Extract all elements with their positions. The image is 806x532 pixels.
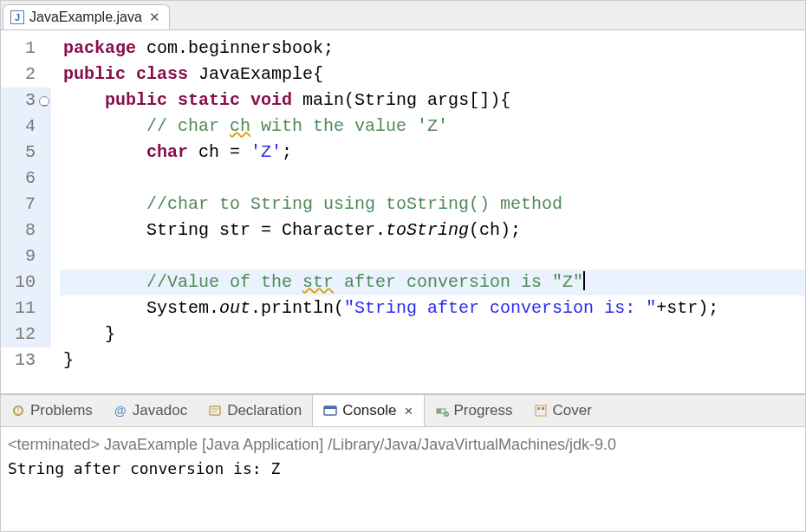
editor-tab-filename: JavaExample.java bbox=[29, 10, 142, 25]
svg-rect-8 bbox=[437, 409, 441, 413]
svg-rect-12 bbox=[542, 407, 544, 410]
javadoc-icon: @ bbox=[114, 404, 127, 418]
code-line[interactable]: } bbox=[60, 347, 805, 373]
line-number: 9 bbox=[1, 243, 51, 269]
code-editor[interactable]: 12345678910111213 package com.beginnersb… bbox=[1, 30, 805, 394]
line-number-gutter: 12345678910111213 bbox=[1, 30, 56, 393]
tab-label: Problems bbox=[30, 402, 93, 419]
console-run-header: <terminated> JavaExample [Java Applicati… bbox=[8, 432, 798, 457]
code-line[interactable]: public static void main(String args[]){ bbox=[60, 88, 805, 114]
line-number: 13 bbox=[1, 347, 51, 373]
line-number: 10 bbox=[1, 269, 51, 295]
tab-declaration[interactable]: Declaration bbox=[198, 395, 312, 426]
tab-coverage[interactable]: Cover bbox=[523, 395, 602, 426]
tab-progress[interactable]: Progress bbox=[425, 395, 523, 426]
code-line[interactable] bbox=[60, 165, 805, 191]
code-line[interactable]: char ch = 'Z'; bbox=[60, 139, 805, 165]
line-number: 1 bbox=[1, 36, 51, 62]
close-icon[interactable]: ✕ bbox=[147, 10, 160, 25]
code-content[interactable]: package com.beginnersbook;public class J… bbox=[56, 30, 805, 393]
text-cursor bbox=[583, 271, 585, 290]
code-line[interactable]: System.out.println("String after convers… bbox=[60, 295, 805, 321]
svg-rect-10 bbox=[536, 405, 546, 416]
line-number: 7 bbox=[1, 191, 51, 217]
svg-text:!: ! bbox=[17, 406, 20, 415]
line-number: 6 bbox=[1, 165, 51, 191]
console-output-line: String after conversion is: Z bbox=[8, 457, 798, 481]
bottom-panel-tabbar: ! Problems @ Javadoc Declaration Console… bbox=[1, 394, 805, 427]
svg-rect-6 bbox=[324, 406, 336, 409]
console-view: <terminated> JavaExample [Java Applicati… bbox=[1, 427, 805, 531]
close-icon[interactable]: ✕ bbox=[402, 405, 413, 418]
tab-label: Console bbox=[342, 402, 396, 419]
line-number: 12 bbox=[1, 321, 51, 347]
code-line[interactable]: // char ch with the value 'Z' bbox=[60, 114, 805, 139]
svg-rect-2 bbox=[210, 406, 220, 415]
tab-javadoc[interactable]: @ Javadoc bbox=[103, 395, 198, 426]
console-icon bbox=[323, 404, 337, 418]
tab-problems[interactable]: ! Problems bbox=[1, 395, 103, 426]
line-number: 5 bbox=[1, 139, 51, 165]
progress-icon bbox=[435, 404, 449, 418]
tab-label: Cover bbox=[553, 402, 592, 419]
code-line[interactable]: package com.beginnersbook; bbox=[60, 36, 805, 62]
line-number: 3 bbox=[1, 88, 51, 114]
java-file-icon: J bbox=[10, 10, 24, 24]
declaration-icon bbox=[208, 404, 222, 418]
editor-tab-active[interactable]: J JavaExample.java ✕ bbox=[3, 4, 170, 29]
line-number: 8 bbox=[1, 217, 51, 243]
problems-icon: ! bbox=[11, 404, 25, 418]
code-line[interactable]: //char to String using toString() method bbox=[60, 191, 805, 217]
line-number: 2 bbox=[1, 62, 51, 88]
tab-label: Javadoc bbox=[133, 402, 187, 419]
tab-label: Declaration bbox=[227, 402, 302, 419]
svg-rect-11 bbox=[537, 407, 540, 410]
code-line[interactable]: //Value of the str after conversion is "… bbox=[60, 269, 805, 295]
code-line[interactable] bbox=[60, 243, 805, 269]
coverage-icon bbox=[534, 404, 548, 418]
tab-label: Progress bbox=[454, 402, 513, 419]
editor-tabbar: J JavaExample.java ✕ bbox=[1, 1, 805, 30]
line-number: 11 bbox=[1, 295, 51, 321]
tab-console[interactable]: Console ✕ bbox=[312, 395, 424, 426]
code-line[interactable]: public class JavaExample{ bbox=[60, 62, 805, 88]
code-line[interactable]: String str = Character.toString(ch); bbox=[60, 217, 805, 243]
svg-point-9 bbox=[444, 412, 449, 417]
code-line[interactable]: } bbox=[60, 321, 805, 347]
